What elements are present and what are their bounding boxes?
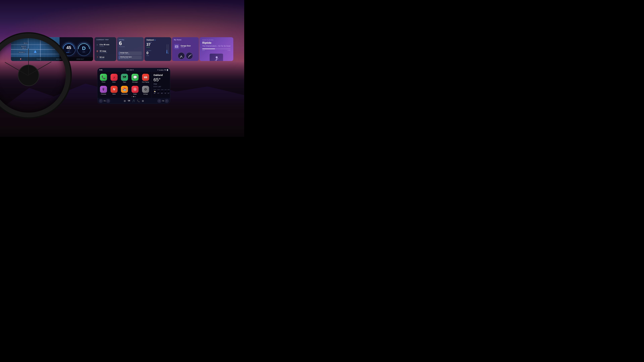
cp-weather-high: H:72°	[154, 86, 157, 87]
temp-forward-button-left[interactable]: ›	[106, 99, 110, 103]
cp-weather-hl: H:72° L:55°	[154, 86, 168, 87]
cp-hour-5: 2AM 🌤 72°	[167, 89, 170, 94]
event-2-title: Weekly Goal Sync	[120, 56, 141, 58]
now-playing-label: Now Playing	[202, 39, 230, 41]
duration-label: Duration	[100, 45, 109, 47]
home-clocks	[174, 52, 197, 59]
compass-info: 10.8mi 13.1°	[76, 58, 84, 60]
app-audiobooks[interactable]: 📚 Audiobooks	[120, 86, 129, 97]
air-quality-bar	[166, 44, 167, 53]
weather-direction-icon: ➤	[154, 39, 156, 41]
calendar-day: Monday	[119, 39, 142, 40]
carplay-screen: 9:41 Mon Jun 6 ● ▲▲▲ 5G ▓ 📞 Phone ♪ Musi…	[97, 68, 170, 104]
app-phone[interactable]: 📞 Phone	[99, 74, 108, 85]
music-label: Music	[112, 81, 116, 83]
temp-back-button-left[interactable]: ‹	[99, 99, 103, 103]
audiobooks-label: Audiobooks	[121, 93, 128, 95]
music-bottom-icon[interactable]: 🎵	[132, 99, 135, 102]
messages-label: Messages	[132, 81, 138, 83]
calendar-event-1[interactable]: Design Sync 10:00 – 11:00 AM	[119, 51, 142, 55]
distance-value: 54 mi	[100, 56, 104, 58]
app-music[interactable]: ♪ Music	[109, 74, 119, 85]
analog-clock-1	[178, 52, 185, 59]
duration-value: 0 hr 40 min	[100, 43, 109, 45]
app-nowplaying[interactable]: Now Playing	[141, 74, 150, 85]
cp-hour-4: 1AM 🌧 70°	[164, 89, 166, 94]
calendar-event-2[interactable]: Weekly Goal Sync 2:30 – 3:30 PM	[119, 56, 142, 59]
trip-economy-data: 32 mpg Fuel Economy	[100, 50, 107, 53]
signal-icon: ▲▲▲	[159, 69, 164, 71]
podcasts-app-icon: 🎙	[100, 86, 107, 93]
dot-1[interactable]	[132, 96, 132, 97]
svg-rect-15	[146, 77, 147, 78]
cp-hourly-forecast: 10PM ⛅ 65° 11PM 🌧 67° 12AM 🌧 68° 1AM 🌧	[154, 89, 168, 94]
cp-hour-3: 12AM 🌧 68°	[161, 89, 163, 94]
trip-duration: ⏱ 0 hr 40 min Duration	[96, 43, 114, 47]
economy-label: Fuel Economy	[100, 52, 107, 53]
grid-icon[interactable]: ⊞	[124, 99, 126, 102]
home-device[interactable]: Garage Door Closed	[174, 44, 197, 49]
dot-3[interactable]	[135, 96, 136, 97]
progress-bar[interactable]	[202, 49, 230, 49]
progress-container: 3:07 -2:53	[202, 49, 230, 51]
svg-rect-14	[146, 76, 146, 78]
cp-weather-desc: Clear	[154, 83, 168, 85]
economy-value: 32 mpg	[100, 50, 107, 52]
carplay-icon[interactable]: ⊞	[142, 99, 144, 102]
carplay-app-grid: 📞 Phone ♪ Music 🗺 Maps 💬 Messages	[98, 72, 152, 98]
app-radio[interactable]: Radio	[130, 86, 140, 97]
nowplaying-label: Now Playing	[142, 81, 149, 83]
maps-bottom-icon[interactable]: 🗺	[128, 99, 130, 102]
app-maps[interactable]: 🗺 Maps	[120, 74, 129, 85]
status-icons: ● ▲▲▲ 5G ▓	[158, 69, 168, 71]
messages-app-icon: 💬	[132, 74, 138, 81]
cp-weather-temp: 65°	[154, 77, 168, 82]
settings-label: Settings	[143, 93, 148, 95]
bottom-center-icons: ⊞ 🗺 🎵 📞 ⊞	[124, 99, 144, 102]
album-art-image	[210, 54, 223, 61]
clock-icon: ⏱	[96, 44, 99, 46]
now-playing-title: Riptide	[202, 41, 230, 44]
distance-label: Distance	[100, 58, 104, 59]
garage-door-info: Garage Door Closed	[180, 45, 191, 48]
svg-point-17	[134, 89, 136, 90]
temp-left: 74	[104, 100, 106, 102]
weather-header: Oakland ➤	[146, 39, 169, 41]
cp-hour-2: 11PM 🌧 67°	[157, 89, 160, 94]
now-playing-widget: Now Playing Riptide The Chainsmokers – S…	[200, 37, 233, 61]
app-settings[interactable]: ⚙ Settings	[141, 86, 150, 97]
app-news[interactable]: N News	[109, 86, 119, 97]
app-messages[interactable]: 💬 Messages	[130, 74, 140, 85]
carplay-home: 📞 Phone ♪ Music 🗺 Maps 💬 Messages	[98, 72, 170, 98]
cp-weather-city: Oakland	[154, 74, 168, 76]
svg-rect-13	[145, 77, 146, 78]
steering-spoke-3	[28, 61, 52, 75]
temp-forward-button-right[interactable]: ›	[165, 99, 169, 103]
battery-icon: ▓	[167, 69, 168, 71]
time-current: 3:07	[202, 50, 205, 51]
calendar-date: 6	[119, 40, 142, 46]
app-podcasts[interactable]: 🎙 Podcasts	[99, 86, 108, 97]
calendar-events: Design Sync 10:00 – 11:00 AM Weekly Goal…	[119, 51, 142, 59]
settings-app-icon: ⚙	[142, 86, 149, 93]
svg-point-5	[216, 56, 218, 58]
podcasts-label: Podcasts	[101, 93, 106, 95]
audiobooks-app-icon: 📚	[121, 86, 128, 93]
trip-distance: 📍 54 mi Distance	[96, 56, 114, 59]
time-total: -2:53	[227, 50, 230, 51]
dot-2[interactable]	[133, 96, 134, 97]
now-playing-info: Now Playing Riptide The Chainsmokers – S…	[202, 39, 230, 51]
bottom-nav-right: ‹ 74 ›	[157, 99, 169, 103]
weather-city: Oakland	[146, 39, 154, 41]
wifi-icon: ●	[158, 69, 158, 71]
garage-door-name: Garage Door	[180, 45, 191, 47]
home-title: My Home	[174, 39, 197, 41]
uv-value: 0	[146, 51, 152, 55]
phone-bottom-icon[interactable]: 📞	[137, 99, 140, 102]
info-widgets: Current Trip ⏱ 0 hr 40 min Duration ⛽ 32…	[94, 37, 233, 61]
temp-back-button-right[interactable]: ‹	[157, 99, 161, 103]
now-playing-artist: The Chainsmokers – So Far So Good	[202, 45, 230, 47]
phone-app-icon: 📞	[100, 74, 107, 81]
fuel-economy-icon: ⛽	[96, 50, 99, 53]
steering-spoke-1	[28, 49, 29, 75]
